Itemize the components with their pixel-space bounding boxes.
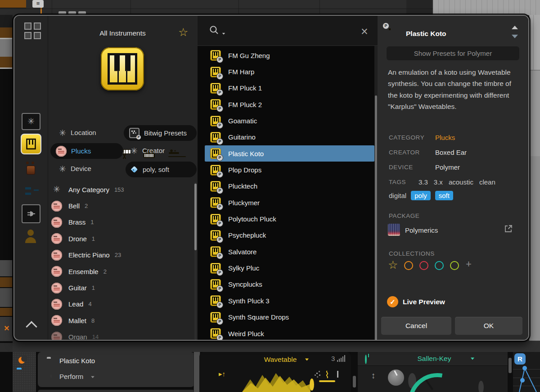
filter-category-chip[interactable]: Plucks (50, 143, 123, 159)
tag-chip-selected[interactable]: poly (411, 191, 431, 200)
list-item[interactable]: Guitarino (205, 129, 374, 145)
divider-handle[interactable] (508, 358, 512, 373)
search-bar[interactable] (198, 16, 378, 46)
bar-mode-icon[interactable] (337, 371, 338, 378)
collapse-chevron-icon[interactable] (26, 321, 37, 332)
list-item[interactable]: Weird Pluck (205, 325, 374, 341)
list-item[interactable]: FM Gu Zheng (205, 47, 374, 63)
collection-circle-teal[interactable] (435, 261, 444, 270)
list-item[interactable]: FM Harp (205, 63, 374, 80)
cancel-button[interactable]: Cancel (381, 317, 451, 335)
divider-handle[interactable] (353, 376, 356, 387)
panel-divider[interactable] (351, 352, 358, 392)
filter-power-icon[interactable] (365, 355, 367, 364)
osc-dropdown-icon[interactable] (305, 359, 309, 361)
creator-value[interactable]: Boxed Ear (435, 149, 467, 156)
external-link-icon[interactable] (504, 224, 513, 233)
tag-chip-selected[interactable]: soft (435, 191, 453, 200)
mode-dropdown-icon[interactable] (91, 376, 94, 378)
filter-cutoff-knob[interactable] (408, 373, 416, 389)
tag-item[interactable]: 3.x (434, 178, 443, 186)
list-item[interactable]: Polytouch Pluck (205, 211, 374, 227)
panel-divider[interactable] (508, 352, 513, 392)
transport-mini-buttons[interactable] (58, 11, 66, 15)
list-item[interactable]: Syncplucks (205, 276, 374, 293)
scrollbar-thumb[interactable] (375, 95, 377, 341)
collection-circle-orange[interactable] (404, 261, 413, 270)
preset-p-badge-icon (216, 318, 223, 325)
tag-item[interactable]: digital (389, 192, 406, 199)
voice-count[interactable]: 3 (331, 355, 335, 362)
device-header-panel[interactable]: Plastic Koto Perform (38, 352, 194, 387)
next-preset-icon[interactable] (512, 35, 518, 38)
osc-title[interactable]: Wavetable (253, 356, 307, 364)
wavetable-index-knob[interactable] (310, 378, 314, 391)
list-item[interactable]: Plop Drops (205, 162, 374, 178)
filter-res-knob[interactable] (478, 381, 484, 392)
collection-circle-green[interactable] (450, 261, 459, 270)
results-scrollbar[interactable] (374, 46, 378, 341)
device-preset-name[interactable]: Plastic Koto (59, 357, 95, 365)
category-row[interactable]: Lead4 (51, 296, 194, 312)
sparkle-icon[interactable] (316, 373, 318, 374)
list-item[interactable]: FM Pluck 2 (205, 96, 374, 113)
list-item[interactable]: Synth Pluck 3 (205, 293, 374, 309)
source-instruments-button[interactable] (21, 134, 41, 154)
search-clear-icon[interactable] (361, 27, 368, 36)
filter-tags-chip[interactable]: poly, soft (126, 162, 197, 177)
browser-grid-icon[interactable] (24, 23, 41, 39)
list-item[interactable]: Synth Square Drops (205, 309, 374, 325)
source-any-button[interactable] (22, 113, 40, 130)
list-item-selected[interactable]: Plastic Koto (205, 145, 374, 162)
close-track-icon[interactable]: × (4, 323, 9, 333)
category-scrollbar[interactable] (194, 182, 197, 340)
category-row[interactable]: Guitar1 (51, 279, 194, 296)
tag-item[interactable]: clean (479, 178, 495, 186)
track-divider (238, 0, 239, 15)
filter-device[interactable]: Device (71, 165, 91, 172)
category-row[interactable]: Ensemble2 (51, 263, 194, 279)
wave-mode-icon[interactable] (324, 370, 330, 378)
live-preview-toggle[interactable] (387, 296, 398, 307)
ok-button[interactable]: OK (455, 317, 522, 335)
package-name[interactable]: Polymerics (405, 226, 438, 234)
filter-title[interactable]: Sallen-Key (403, 355, 466, 363)
source-plugins-button[interactable] (22, 204, 40, 223)
filter-drag-icon[interactable] (371, 371, 376, 381)
list-item[interactable]: Sylky Pluc (205, 260, 374, 276)
category-row[interactable]: Drone1 (51, 230, 194, 247)
search-icon[interactable] (209, 25, 220, 36)
tag-item[interactable]: acoustic (449, 178, 473, 186)
show-presets-button[interactable]: Show Presets for Polymer (387, 46, 519, 60)
collection-circle-red[interactable] (419, 261, 428, 270)
filter-location[interactable]: Location (71, 129, 96, 136)
filter-source-chip[interactable]: Bitwig Presets (124, 125, 197, 141)
list-item[interactable]: Psychepluck (205, 227, 374, 243)
list-item[interactable]: Plucktech (205, 178, 374, 194)
filter-dropdown-icon[interactable] (471, 358, 474, 360)
favorite-star-icon[interactable] (178, 27, 188, 38)
hamburger-button[interactable]: ≡ (32, 0, 44, 8)
tag-item[interactable]: 3.3 (418, 178, 428, 186)
category-row[interactable]: Bell2 (51, 198, 194, 214)
collection-add-icon[interactable]: + (466, 259, 472, 269)
prev-preset-icon[interactable] (512, 26, 518, 29)
category-row[interactable]: Brass1 (51, 214, 194, 230)
device-value[interactable]: Polymer (435, 163, 460, 171)
list-item[interactable]: Salvatore (205, 243, 374, 260)
filter-creator[interactable]: Creator (142, 147, 165, 154)
search-filter-dropdown-icon[interactable] (222, 33, 225, 35)
scrollbar-thumb[interactable] (194, 184, 197, 250)
category-row[interactable]: Any Category153 (51, 181, 194, 198)
category-value[interactable]: Plucks (435, 134, 455, 141)
remote-badge[interactable]: R (514, 353, 526, 365)
list-item[interactable]: FM Pluck 1 (205, 80, 374, 96)
category-row[interactable]: Organ14 (51, 329, 194, 341)
list-item[interactable]: Pluckymer (205, 194, 374, 211)
category-row[interactable]: Mallet8 (51, 312, 194, 329)
keytrack-icon[interactable]: ▸↑ (219, 370, 225, 378)
device-mode-select[interactable]: Perform (59, 373, 83, 380)
list-item[interactable]: Goamatic (205, 113, 374, 129)
collection-star-icon[interactable] (388, 259, 398, 270)
category-row[interactable]: Electric Piano23 (51, 247, 194, 263)
